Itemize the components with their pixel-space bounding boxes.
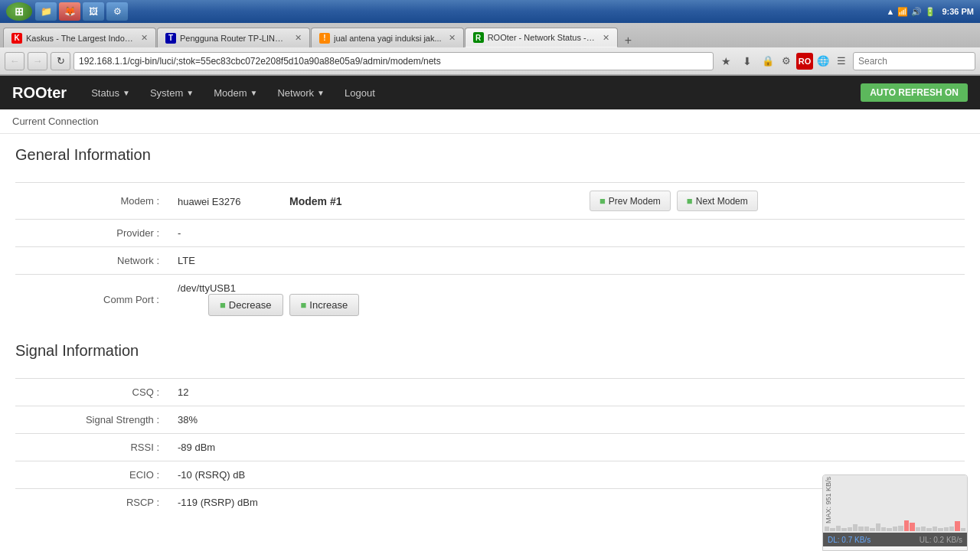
taskbar-icon-firefox[interactable]: 🦊 <box>59 2 80 21</box>
widget-footer: DL: 0.7 KB/s UL: 0.2 KB/s <box>823 533 967 546</box>
tab-close-tplink[interactable]: ✕ <box>295 33 302 43</box>
browser-nav: ← → ↻ ★ ⬇ 🔒 ⚙ RO 🌐 ☰ <box>0 47 980 75</box>
bar13 <box>893 527 897 531</box>
bar14 <box>898 526 903 531</box>
decrease-button[interactable]: ■ Decrease <box>208 294 283 316</box>
next-modem-button[interactable]: ■ Next Modem <box>677 191 758 211</box>
bookmark-icon[interactable]: ★ <box>717 52 735 70</box>
network-value: LTE <box>168 247 965 275</box>
general-info-table: Modem : huawei E3276 Modem #1 ■ Prev Mod… <box>15 182 965 324</box>
bar21 <box>938 528 942 531</box>
csq-label: CSQ : <box>15 386 168 398</box>
csq-value: 12 <box>168 386 188 398</box>
nav-status-label: Status <box>91 87 119 99</box>
bar7 <box>858 527 863 531</box>
browser-tab-tplink[interactable]: T Pengguna Router TP-LINK ... ✕ <box>157 28 310 47</box>
forward-button[interactable]: → <box>28 52 47 70</box>
status-caret-icon: ▼ <box>122 89 130 97</box>
taskbar-right: ▲ 📶 🔊 🔋 9:36 PM <box>887 7 974 17</box>
bar10 <box>876 523 880 531</box>
addon-icon3[interactable]: RO <box>796 53 813 70</box>
taskbar-icon-app3[interactable]: ⚙ <box>106 2 128 21</box>
nav-status[interactable]: Status ▼ <box>82 80 139 106</box>
tab-close-kaskus[interactable]: ✕ <box>141 33 148 43</box>
browser-chrome: K Kaskus - The Largest Indon... ✕ T Peng… <box>0 23 980 76</box>
tray-sound-icon: 🔊 <box>911 7 922 17</box>
tab-close-rooter[interactable]: ✕ <box>603 33 609 43</box>
nav-network[interactable]: Network ▼ <box>268 80 334 106</box>
bar23 <box>949 527 954 531</box>
browser-tab-rooter[interactable]: R ROOter - Network Status - ... ✕ <box>465 28 618 47</box>
increase-button[interactable]: ■ Increase <box>289 294 360 316</box>
url-bar[interactable] <box>74 52 714 70</box>
network-label: Network : <box>15 247 168 275</box>
bar4 <box>841 528 846 531</box>
provider-label: Provider : <box>15 220 168 247</box>
brand-name: ROOter <box>12 84 67 102</box>
tray-signal-icon: 📶 <box>897 7 908 17</box>
nav-modem[interactable]: Modem ▼ <box>204 80 266 106</box>
rooter-navbar: ROOter Status ▼ System ▼ Modem ▼ Network… <box>0 76 980 109</box>
next-modem-icon: ■ <box>687 195 693 207</box>
nav-system[interactable]: System ▼ <box>141 80 203 106</box>
provider-row: Provider : - <box>15 220 965 247</box>
browser-tab-kaskus[interactable]: K Kaskus - The Largest Indon... ✕ <box>3 28 156 47</box>
comm-port-label: Comm Port : <box>15 275 168 324</box>
breadcrumb-text: Current Connection <box>12 116 99 127</box>
signal-info-title: Signal Information <box>15 342 965 366</box>
addon-icon2[interactable]: ⚙ <box>778 53 795 70</box>
ul-speed: UL: 0.2 KB/s <box>920 536 962 544</box>
general-info-title: General Information <box>15 146 965 170</box>
start-button[interactable]: ⊞ <box>6 2 32 21</box>
home-icon[interactable]: ⬇ <box>738 52 756 70</box>
nav-logout[interactable]: Logout <box>335 80 384 106</box>
widget-bars <box>823 475 967 533</box>
ecio-value: -10 (RSRQ) dB <box>168 469 245 481</box>
new-tab-button[interactable]: + <box>619 34 638 47</box>
bar11 <box>881 527 886 531</box>
browser-tabs: K Kaskus - The Largest Indon... ✕ T Peng… <box>0 23 980 47</box>
prev-modem-label: Prev Modem <box>609 196 661 207</box>
taskbar-icon-app2[interactable]: 🖼 <box>83 2 104 21</box>
bar1 <box>825 527 829 531</box>
back-button[interactable]: ← <box>5 52 24 70</box>
bar2 <box>830 528 835 531</box>
addon-icon1[interactable]: 🔒 <box>760 53 776 70</box>
taskbar-icons: 📁 🦊 🖼 ⚙ <box>35 2 128 21</box>
network-speed-widget: MAX: 951 KB/s <box>822 474 968 551</box>
url-bar-container: ★ ⬇ <box>74 52 756 70</box>
network-row: Network : LTE <box>15 247 965 275</box>
modem-caret-icon: ▼ <box>250 89 258 97</box>
menu-icon[interactable]: ☰ <box>833 53 850 70</box>
signal-strength-label: Signal Strength : <box>15 414 168 425</box>
tray-icon1: ▲ <box>887 7 895 16</box>
taskbar-left: ⊞ 📁 🦊 🖼 ⚙ <box>6 2 128 21</box>
next-modem-label: Next Modem <box>696 196 748 207</box>
tab-label-antena: jual antena yagi induksi jak... <box>334 34 442 43</box>
increase-label: Increase <box>309 299 348 311</box>
addon-icon4[interactable]: 🌐 <box>815 53 831 70</box>
rscp-value: -119 (RSRP) dBm <box>168 497 258 508</box>
content-area: General Information Modem : huawei E3276… <box>0 134 980 528</box>
bar15 <box>904 520 909 531</box>
comm-port-row: Comm Port : /dev/ttyUSB1 ■ Decrease ■ <box>15 275 965 324</box>
tab-close-antena[interactable]: ✕ <box>449 33 456 43</box>
addon-icons: 🔒 ⚙ RO 🌐 ☰ <box>760 53 850 70</box>
taskbar-icon-folder[interactable]: 📁 <box>35 2 57 21</box>
refresh-button[interactable]: ↻ <box>51 52 70 70</box>
search-input[interactable] <box>853 52 975 70</box>
prev-modem-icon: ■ <box>599 195 606 207</box>
widget-max-label: MAX: 951 KB/s <box>825 477 832 523</box>
bar22 <box>944 527 949 531</box>
prev-modem-button[interactable]: ■ Prev Modem <box>590 191 671 211</box>
tab-favicon-tplink: T <box>165 33 176 44</box>
rscp-label: RSCP : <box>15 497 168 508</box>
search-bar-container <box>853 52 975 70</box>
bar5 <box>848 527 852 531</box>
tab-label-kaskus: Kaskus - The Largest Indon... <box>26 34 134 43</box>
browser-tab-antena[interactable]: ! jual antena yagi induksi jak... ✕ <box>311 28 464 47</box>
comm-actions: ■ Decrease ■ Increase <box>208 294 571 316</box>
bar3 <box>836 526 841 531</box>
nav-menu: Status ▼ System ▼ Modem ▼ Network ▼ Logo… <box>82 80 384 106</box>
auto-refresh-button[interactable]: AUTO REFRESH ON <box>861 83 968 102</box>
